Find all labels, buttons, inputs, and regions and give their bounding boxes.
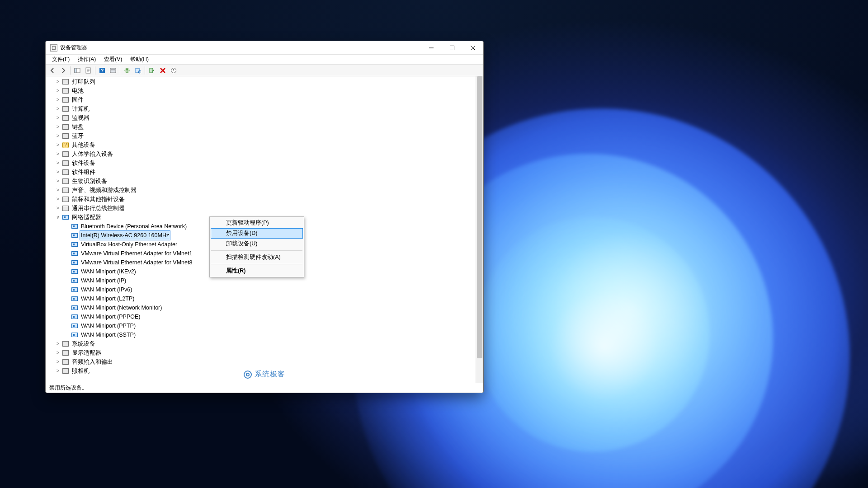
context-menu-scan-hw[interactable]: 扫描检测硬件改动(A) <box>211 252 303 263</box>
tree-node-software-components[interactable]: 软件组件 <box>47 168 483 177</box>
watermark-icon <box>244 371 252 379</box>
chevron-right-icon[interactable] <box>55 177 61 186</box>
device-category-icon <box>62 132 69 140</box>
chevron-right-icon[interactable] <box>55 141 61 150</box>
statusbar: 禁用所选设备。 <box>46 383 483 393</box>
tree-node-label: 蓝牙 <box>71 131 85 141</box>
chevron-right-icon[interactable] <box>55 131 61 141</box>
chevron-right-icon[interactable] <box>55 348 61 357</box>
titlebar[interactable]: 设备管理器 <box>46 41 483 55</box>
tree-node-wan-sstp[interactable]: WAN Miniport (SSTP) <box>47 330 483 339</box>
chevron-right-icon[interactable] <box>55 104 61 113</box>
chevron-right-icon[interactable] <box>55 168 61 177</box>
tree-node-biometric[interactable]: 生物识别设备 <box>47 177 483 186</box>
menu-view[interactable]: 查看(V) <box>100 55 126 64</box>
svg-rect-6 <box>110 68 116 73</box>
chevron-right-icon[interactable] <box>55 150 61 159</box>
device-category-icon <box>62 196 69 203</box>
tree-node-wan-pppoe[interactable]: WAN Miniport (PPPOE) <box>47 312 483 321</box>
device-category-icon <box>62 150 69 158</box>
show-hide-console-tree-button[interactable] <box>72 66 82 75</box>
minimize-button[interactable] <box>421 41 442 54</box>
device-category-icon <box>62 349 69 357</box>
device-manager-window: 设备管理器 文件(F)操作(A)查看(V)帮助(H) <box>45 41 484 393</box>
tree-node-label: 声音、视频和游戏控制器 <box>71 186 137 195</box>
tree-node-label: VirtualBox Host-Only Ethernet Adapter <box>80 240 178 249</box>
network-adapter-icon <box>71 286 78 293</box>
network-adapter-icon <box>71 241 78 248</box>
back-button[interactable] <box>47 66 57 75</box>
chevron-right-icon[interactable] <box>55 195 61 204</box>
tree-node-label: WAN Miniport (SSTP) <box>80 330 137 339</box>
chevron-right-icon[interactable] <box>55 186 61 195</box>
properties-button[interactable] <box>83 66 93 75</box>
chevron-right-icon[interactable] <box>55 86 61 95</box>
tree-node-hid[interactable]: 人体学输入设备 <box>47 150 483 159</box>
tree-node-computer[interactable]: 计算机 <box>47 104 483 113</box>
scan-hardware-button[interactable] <box>133 66 143 75</box>
tree-node-usb-controllers[interactable]: 通用串行总线控制器 <box>47 204 483 213</box>
menu-action[interactable]: 操作(A) <box>74 55 99 64</box>
tree-node-wan-l2tp[interactable]: WAN Miniport (L2TP) <box>47 294 483 303</box>
device-category-icon <box>62 205 69 212</box>
vertical-scrollbar[interactable] <box>476 76 483 383</box>
chevron-right-icon[interactable] <box>55 77 61 86</box>
tree-node-system-devices[interactable]: 系统设备 <box>47 339 483 348</box>
uninstall-device-button[interactable] <box>158 66 168 75</box>
device-category-icon <box>62 358 69 366</box>
tree-node-label: Intel(R) Wireless-AC 9260 160MHz <box>80 231 170 240</box>
action-button[interactable] <box>108 66 118 75</box>
tree-node-audio-io[interactable]: 音频输入和输出 <box>47 357 483 366</box>
tree-node-mice[interactable]: 鼠标和其他指针设备 <box>47 195 483 204</box>
maximize-button[interactable] <box>442 41 462 54</box>
chevron-right-icon[interactable] <box>55 95 61 104</box>
network-adapter-icon <box>71 223 78 230</box>
chevron-right-icon[interactable] <box>55 204 61 213</box>
tree-node-batteries[interactable]: 电池 <box>47 86 483 95</box>
tree-node-firmware[interactable]: 固件 <box>47 95 483 104</box>
tree-node-label: 键盘 <box>71 122 85 131</box>
device-category-icon <box>62 114 69 122</box>
forward-button[interactable] <box>58 66 68 75</box>
chevron-down-icon[interactable] <box>55 213 61 222</box>
tree-node-wan-pptp[interactable]: WAN Miniport (PPTP) <box>47 321 483 330</box>
tree-node-label: WAN Miniport (PPTP) <box>80 321 137 330</box>
close-button[interactable] <box>462 41 483 54</box>
chevron-right-icon[interactable] <box>55 122 61 131</box>
context-menu: 更新驱动程序(P)禁用设备(D)卸载设备(U)扫描检测硬件改动(A)属性(R) <box>209 216 304 277</box>
tree-node-software-devices[interactable]: 软件设备 <box>47 159 483 168</box>
device-category-icon <box>62 96 69 103</box>
enable-device-button[interactable] <box>147 66 157 75</box>
tree-node-wan-ipv6[interactable]: WAN Miniport (IPv6) <box>47 285 483 294</box>
chevron-right-icon[interactable] <box>55 113 61 122</box>
tree-node-label: 生物识别设备 <box>71 177 108 186</box>
tree-node-keyboards[interactable]: 键盘 <box>47 122 483 131</box>
tree-node-label: WAN Miniport (PPPOE) <box>80 312 142 321</box>
chevron-right-icon[interactable] <box>55 357 61 366</box>
tree-node-wan-ip[interactable]: WAN Miniport (IP) <box>47 276 483 285</box>
unknown-device-icon <box>62 141 69 149</box>
tree-node-print-queues[interactable]: 打印队列 <box>47 77 483 86</box>
help-button[interactable]: ? <box>97 66 107 75</box>
context-menu-properties[interactable]: 属性(R) <box>211 266 303 276</box>
disable-device-button[interactable] <box>169 66 179 75</box>
tree-node-monitors[interactable]: 监视器 <box>47 113 483 122</box>
device-category-icon <box>62 340 69 347</box>
context-menu-disable[interactable]: 禁用设备(D) <box>211 228 303 239</box>
context-menu-uninstall[interactable]: 卸载设备(U) <box>211 239 303 249</box>
tree-node-audio-video-game[interactable]: 声音、视频和游戏控制器 <box>47 186 483 195</box>
menu-file[interactable]: 文件(F) <box>48 55 73 64</box>
tree-node-display-adapters[interactable]: 显示适配器 <box>47 348 483 357</box>
tree-node-bluetooth[interactable]: 蓝牙 <box>47 131 483 141</box>
tree-node-other-devices[interactable]: 其他设备 <box>47 141 483 150</box>
tree-node-wan-netmon[interactable]: WAN Miniport (Network Monitor) <box>47 303 483 312</box>
tree-node-label: VMware Virtual Ethernet Adapter for VMne… <box>80 249 193 258</box>
tree-node-label: WAN Miniport (IKEv2) <box>80 267 137 276</box>
context-menu-update-driver[interactable]: 更新驱动程序(P) <box>211 218 303 228</box>
chevron-right-icon[interactable] <box>55 339 61 348</box>
chevron-right-icon[interactable] <box>55 366 61 375</box>
scrollbar-thumb[interactable] <box>477 76 482 358</box>
menu-help[interactable]: 帮助(H) <box>127 55 152 64</box>
chevron-right-icon[interactable] <box>55 159 61 168</box>
update-driver-button[interactable] <box>122 66 132 75</box>
